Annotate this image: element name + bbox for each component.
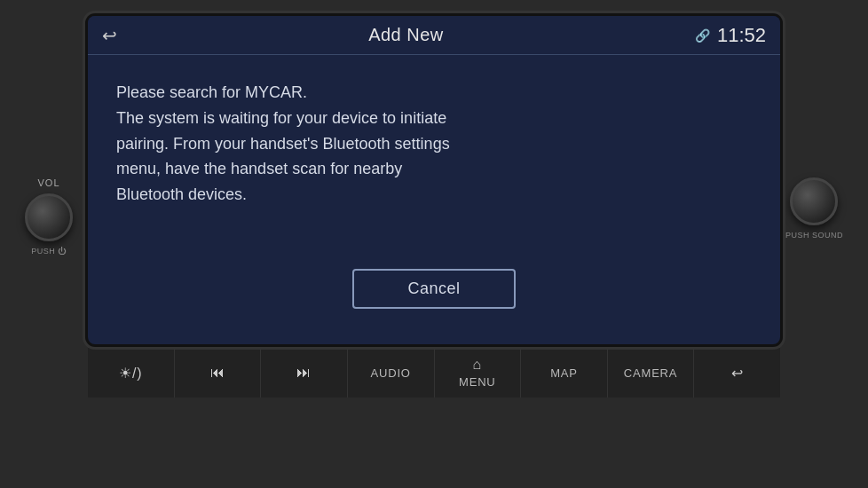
message-line5: Bluetooth devices. bbox=[116, 185, 247, 203]
back-nav-icon: ↩ bbox=[731, 365, 744, 382]
bottom-button-strip: ☀/) ⏮ ⏭ AUDIO ⌂ MENU MAP CAMERA bbox=[88, 346, 780, 397]
map-button[interactable]: MAP bbox=[521, 348, 608, 397]
menu-button[interactable]: ⌂ MENU bbox=[435, 348, 522, 397]
pairing-message: Please search for MYCAR. The system is w… bbox=[116, 80, 752, 208]
brightness-icon: ☀/) bbox=[119, 365, 142, 382]
home-icon: ⌂ bbox=[473, 357, 482, 373]
push-power-label: PUSH ⏻ bbox=[31, 247, 67, 256]
bluetooth-icon: 🔗 bbox=[695, 28, 710, 43]
back-button[interactable]: ↩ bbox=[102, 25, 117, 46]
volume-knob[interactable] bbox=[25, 193, 73, 241]
menu-label: MENU bbox=[459, 375, 495, 389]
screen-title: Add New bbox=[368, 25, 444, 45]
sound-knob[interactable] bbox=[790, 177, 838, 225]
brightness-button[interactable]: ☀/) bbox=[88, 348, 175, 397]
camera-button[interactable]: CAMERA bbox=[608, 348, 695, 397]
message-line2: The system is waiting for your device to… bbox=[116, 109, 446, 127]
message-line4: menu, have the handset scan for nearby bbox=[116, 160, 402, 177]
next-icon: ⏭ bbox=[296, 365, 312, 381]
next-track-button[interactable]: ⏭ bbox=[261, 348, 348, 397]
clock-display: 11:52 bbox=[717, 24, 766, 47]
screen-header: ↩ Add New 🔗 11:52 bbox=[88, 16, 780, 55]
prev-icon: ⏮ bbox=[210, 365, 225, 381]
cancel-button[interactable]: Cancel bbox=[352, 269, 515, 309]
audio-button[interactable]: AUDIO bbox=[348, 348, 435, 397]
volume-knob-area: VOL PUSH ⏻ bbox=[25, 177, 73, 256]
sound-knob-area: PUSH SOUND bbox=[785, 177, 843, 240]
vol-label: VOL bbox=[37, 177, 59, 188]
camera-label: CAMERA bbox=[624, 366, 677, 380]
message-line1: Please search for MYCAR. bbox=[116, 83, 307, 101]
screen-wrapper: ↩ Add New 🔗 11:52 Please search for MYCA… bbox=[88, 16, 780, 397]
infotainment-screen: ↩ Add New 🔗 11:52 Please search for MYCA… bbox=[88, 16, 780, 344]
screen-content: Please search for MYCAR. The system is w… bbox=[88, 55, 780, 344]
cancel-area: Cancel bbox=[116, 269, 752, 327]
push-sound-label: PUSH SOUND bbox=[785, 231, 843, 240]
car-infotainment-unit: VOL PUSH ⏻ PUSH SOUND ↩ Add New 🔗 11:52 … bbox=[0, 0, 868, 488]
header-right-area: 🔗 11:52 bbox=[695, 24, 766, 47]
message-line3: pairing. From your handset's Bluetooth s… bbox=[116, 135, 450, 153]
map-label: MAP bbox=[550, 366, 578, 380]
back-nav-button[interactable]: ↩ bbox=[694, 348, 780, 397]
audio-label: AUDIO bbox=[371, 366, 411, 380]
prev-track-button[interactable]: ⏮ bbox=[175, 348, 262, 397]
